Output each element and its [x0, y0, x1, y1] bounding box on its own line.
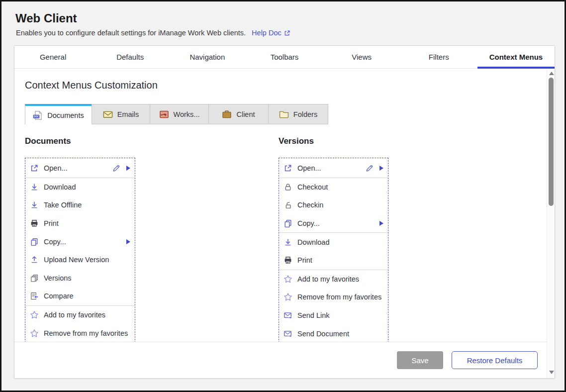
tab-label: Defaults — [116, 53, 144, 61]
submenu-arrow-icon[interactable] — [379, 221, 383, 226]
tab-label: Navigation — [189, 53, 225, 61]
download-icon — [30, 183, 39, 192]
menu-item-label: Remove from my favorites — [44, 329, 128, 337]
menu-item-copy[interactable]: Copy... — [279, 214, 388, 233]
menu-item-label: Download — [297, 238, 330, 246]
menu-item-take-offline[interactable]: Take Offline — [25, 196, 135, 214]
menu-item-send-document[interactable]: Send Document — [279, 324, 388, 343]
submenu-arrow-icon[interactable] — [126, 239, 130, 244]
tab-toolbars[interactable]: Toolbars — [246, 46, 323, 68]
menu-item-add-to-favorites[interactable]: Add to my favorites — [279, 270, 388, 289]
open-external-icon — [30, 164, 39, 173]
menu-item-label: Print — [44, 219, 59, 227]
main-tabbar: General Defaults Navigation Toolbars Vie… — [14, 46, 555, 69]
star-icon — [283, 275, 292, 284]
envelope-icon — [103, 109, 113, 119]
tab-label: Toolbars — [271, 53, 299, 61]
menu-item-label: Checkout — [297, 183, 328, 191]
versions-context-menu: Open... Checkout Checkin C — [279, 158, 388, 343]
menu-item-download[interactable]: Download — [25, 178, 135, 196]
menu-item-print[interactable]: Print — [279, 251, 388, 270]
briefcase-icon — [222, 109, 232, 119]
subtab-label: Client — [236, 110, 255, 118]
page-subtitle: Enables you to configure default setting… — [16, 29, 246, 37]
menu-item-versions[interactable]: Versions — [25, 269, 135, 288]
section-heading: Context Menus Customization — [25, 80, 158, 91]
page-subtitle-row: Enables you to configure default setting… — [16, 29, 290, 37]
scroll-up-icon[interactable] — [549, 72, 554, 75]
menu-item-label: Send Link — [297, 311, 330, 319]
edit-pencil-icon[interactable] — [365, 164, 374, 173]
scrollbar-thumb[interactable] — [549, 78, 554, 206]
subtab-documents[interactable]: Documents — [25, 104, 92, 124]
menu-item-checkin[interactable]: Checkin — [279, 196, 388, 214]
tab-general[interactable]: General — [14, 46, 92, 68]
menu-item-label: Compare — [44, 292, 74, 300]
download-icon — [30, 200, 39, 209]
menu-item-label: Add to my favorites — [44, 311, 105, 319]
menu-item-add-to-favorites[interactable]: Add to my favorites — [25, 306, 135, 324]
tab-views[interactable]: Views — [323, 46, 400, 68]
copy-icon — [30, 237, 39, 246]
star-icon — [30, 329, 39, 338]
tab-content: Context Menus Customization Documents Em… — [14, 69, 547, 343]
menu-item-label: Versions — [44, 274, 72, 282]
menu-item-remove-from-favorites[interactable]: Remove from my favorites — [25, 324, 135, 342]
documents-panel-heading: Documents — [25, 136, 71, 146]
printer-icon — [283, 256, 292, 265]
menu-item-copy[interactable]: Copy... — [25, 232, 135, 251]
menu-item-open[interactable]: Open... — [279, 159, 388, 178]
menu-item-compare[interactable]: Compare — [25, 287, 135, 305]
menu-item-upload-new-version[interactable]: Upload New Version — [25, 251, 135, 269]
menu-item-label: Remove from my favorites — [297, 293, 381, 301]
help-doc-label: Help Doc — [252, 29, 282, 37]
menu-item-print[interactable]: Print — [25, 214, 135, 233]
subtab-label: Works... — [174, 110, 200, 118]
menu-item-remove-from-favorites[interactable]: Remove from my favorites — [279, 288, 388, 306]
compare-icon — [30, 292, 39, 300]
save-button[interactable]: Save — [397, 351, 443, 369]
menu-item-open[interactable]: Open... — [25, 159, 135, 178]
tab-label: Context Menus — [489, 53, 543, 61]
submenu-arrow-icon[interactable] — [379, 166, 383, 171]
workspace-icon — [159, 109, 169, 119]
external-link-icon — [284, 30, 290, 36]
open-external-icon — [283, 164, 292, 173]
restore-defaults-button[interactable]: Restore Defaults — [452, 351, 538, 369]
vertical-scrollbar[interactable] — [547, 69, 555, 378]
menu-item-label: Take Offline — [44, 201, 82, 209]
lock-icon — [283, 183, 292, 192]
scroll-down-icon[interactable] — [549, 371, 554, 374]
menu-item-label: Print — [297, 256, 312, 264]
send-mail-icon — [283, 311, 292, 320]
submenu-arrow-icon[interactable] — [126, 166, 130, 171]
unlock-icon — [283, 200, 292, 209]
tab-navigation[interactable]: Navigation — [169, 46, 246, 68]
tab-context-menus[interactable]: Context Menus — [477, 46, 555, 68]
documents-context-menu: Open... Download Take Offline — [25, 158, 135, 343]
tab-filters[interactable]: Filters — [400, 46, 477, 68]
tab-defaults[interactable]: Defaults — [92, 46, 169, 68]
folder-icon — [279, 109, 289, 119]
tab-label: General — [40, 53, 66, 61]
app-window: Web Client Enables you to configure defa… — [0, 0, 566, 392]
versions-icon — [30, 274, 39, 283]
copy-icon — [283, 219, 292, 228]
menu-item-checkout[interactable]: Checkout — [279, 178, 388, 196]
menu-item-download[interactable]: Download — [279, 233, 388, 251]
subtab-workspaces[interactable]: Works... — [150, 104, 209, 124]
menu-item-send-link[interactable]: Send Link — [279, 306, 388, 325]
menu-item-label: Copy... — [44, 238, 66, 246]
doc-file-icon — [33, 110, 43, 120]
menu-item-label: Open... — [44, 164, 68, 172]
subtab-folders[interactable]: Folders — [268, 104, 328, 124]
edit-pencil-icon[interactable] — [112, 164, 120, 173]
settings-card: General Defaults Navigation Toolbars Vie… — [14, 45, 555, 379]
subtab-label: Documents — [47, 111, 84, 119]
help-doc-link[interactable]: Help Doc — [252, 29, 290, 37]
printer-icon — [30, 219, 39, 228]
subtab-client[interactable]: Client — [208, 104, 269, 124]
subtab-emails[interactable]: Emails — [92, 104, 150, 124]
menu-item-label: Send Document — [297, 330, 349, 338]
menu-item-label: Download — [44, 183, 76, 191]
